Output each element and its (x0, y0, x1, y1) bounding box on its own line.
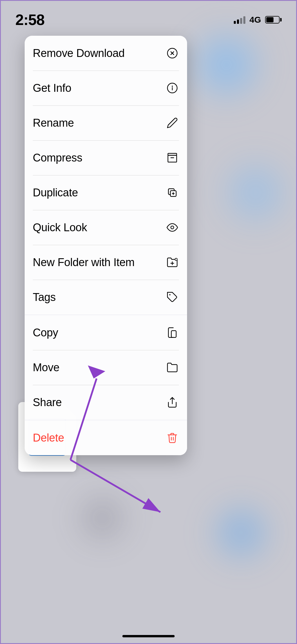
signal-bar-1 (234, 21, 236, 24)
signal-bars-icon (234, 16, 245, 24)
home-indicator (122, 635, 175, 637)
signal-bar-3 (240, 18, 242, 24)
menu-item-compress[interactable]: Compress (25, 140, 187, 175)
copy-label: Copy (33, 327, 58, 339)
info-circle-icon (166, 81, 179, 95)
menu-group-2: Copy Move Share (25, 315, 187, 420)
background-blur-4 (73, 489, 131, 547)
new-folder-label: New Folder with Item (33, 256, 135, 269)
signal-bar-2 (237, 19, 239, 24)
eye-icon (166, 221, 179, 234)
menu-item-delete[interactable]: Delete (25, 420, 187, 455)
delete-label: Delete (33, 432, 64, 444)
battery-fill (266, 17, 274, 22)
archive-icon (166, 151, 179, 164)
menu-item-rename[interactable]: Rename (25, 105, 187, 140)
move-label: Move (33, 361, 59, 374)
menu-item-remove-download[interactable]: Remove Download (25, 36, 187, 71)
pencil-icon (166, 116, 179, 130)
signal-bar-4 (243, 16, 245, 24)
background-blur-1 (180, 18, 273, 111)
menu-item-new-folder[interactable]: New Folder with Item (25, 245, 187, 280)
background-blur-3 (203, 495, 279, 571)
share-icon (166, 396, 179, 409)
menu-group-1: Remove Download Get Info Rename (25, 36, 187, 315)
tags-label: Tags (33, 291, 56, 304)
menu-item-quick-look[interactable]: Quick Look (25, 210, 187, 245)
folder-icon (166, 361, 179, 374)
trash-icon (166, 431, 179, 444)
battery-body (265, 16, 280, 24)
status-icons: 4G (234, 15, 282, 25)
get-info-label: Get Info (33, 82, 71, 94)
quick-look-label: Quick Look (33, 221, 87, 234)
background-blur-2 (215, 152, 296, 233)
svg-point-11 (171, 226, 174, 229)
remove-download-label: Remove Download (33, 47, 125, 60)
context-menu: Remove Download Get Info Rename (25, 36, 187, 455)
menu-item-tags[interactable]: Tags (25, 280, 187, 315)
status-time: 2:58 (15, 11, 44, 28)
tag-icon (166, 290, 179, 304)
network-type: 4G (249, 15, 261, 25)
menu-item-get-info[interactable]: Get Info (25, 71, 187, 105)
copy-plus-icon (166, 186, 179, 199)
menu-item-share[interactable]: Share (25, 385, 187, 420)
duplicate-label: Duplicate (33, 186, 78, 199)
menu-item-copy[interactable]: Copy (25, 315, 187, 350)
menu-item-move[interactable]: Move (25, 350, 187, 385)
compress-label: Compress (33, 152, 82, 164)
files-icon (166, 326, 179, 339)
x-circle-icon (166, 46, 179, 60)
battery-icon (265, 16, 282, 24)
battery-tip (280, 18, 282, 21)
share-label: Share (33, 396, 62, 409)
menu-item-duplicate[interactable]: Duplicate (25, 175, 187, 210)
rename-label: Rename (33, 117, 74, 129)
status-bar: 2:58 4G (1, 1, 296, 30)
menu-group-3: Delete (25, 420, 187, 455)
folder-plus-icon (166, 256, 179, 269)
